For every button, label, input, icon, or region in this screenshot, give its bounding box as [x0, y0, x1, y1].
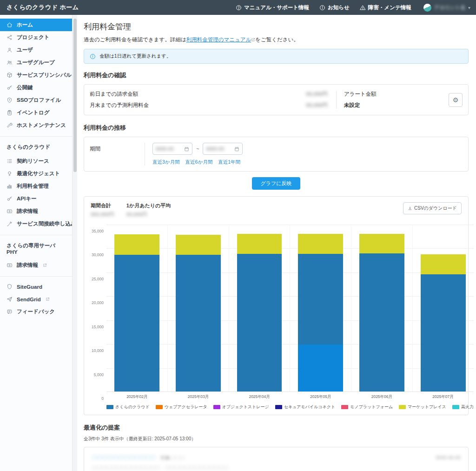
- sidebar-item-service-principal[interactable]: サービスプリンシパル: [0, 69, 72, 81]
- alert-amount-label: アラート金額: [344, 91, 449, 98]
- quick-range-link-1[interactable]: 直近6か月間: [185, 159, 213, 166]
- monthly-average-label: 1か月あたりの平均: [126, 202, 171, 209]
- sidebar-section: さくらのクラウド契約リソース最適化サジェスト利用料金管理APIキー請求情報サービ…: [0, 136, 72, 233]
- sidebar-item-label: SiteGuard: [17, 284, 42, 290]
- scrollbar-thumb[interactable]: [73, 19, 77, 172]
- bar-segment: [176, 255, 221, 391]
- home-icon: [7, 22, 13, 28]
- user-icon: [7, 47, 13, 53]
- sidebar-item-projects[interactable]: プロジェクト: [0, 31, 72, 44]
- bar-segment: [176, 235, 221, 255]
- alert-amount-value: 未設定: [344, 102, 449, 109]
- sidebar-item-label: サービスプリンシパル: [17, 72, 71, 79]
- box-icon: [7, 72, 13, 78]
- sidebar-item-billing-info[interactable]: 請求情報: [0, 205, 72, 218]
- sidebar-item-public-keys[interactable]: 公開鍵: [0, 81, 72, 94]
- x-tick-label: 2025年04月: [229, 392, 290, 400]
- legend-label: セキュアモバイルコネクト: [284, 404, 336, 410]
- section-billing-check-title: 利用料金の確認: [84, 71, 469, 80]
- sidebar-item-label: イベントログ: [17, 109, 50, 116]
- suggestion-link[interactable]: 〇〇〇〇〇〇〇〇〇〇〇〇: [92, 454, 156, 461]
- avatar: [423, 4, 431, 12]
- csv-download-button[interactable]: CSVのダウンロード: [403, 202, 462, 214]
- sidebar-item-label: 請求情報: [17, 262, 38, 269]
- chart-card: 期間合計 000,000円 1か月あたりの平均 00,000円 CSVのダウンロ…: [84, 196, 469, 415]
- main-content: 利用料金管理 過去のご利用料金を確認できます。詳細は利用料金管理のマニュアルをご…: [77, 15, 476, 471]
- legend-swatch: [275, 405, 282, 409]
- legend-item: さくらのクラウド: [106, 404, 150, 410]
- sidebar-item-users[interactable]: ユーザ: [0, 44, 72, 56]
- topbar-link-manual-support[interactable]: マニュアル・サポート情報: [236, 4, 309, 11]
- sidebar: ホームプロジェクトユーザユーザグループサービスプリンシパル公開鍵SSOプロファイ…: [0, 15, 72, 471]
- chart-column: [229, 225, 291, 391]
- legend-label: さくらのクラウド: [115, 404, 150, 410]
- calendar-icon: [184, 146, 189, 152]
- billing-label: 前日までの請求金額: [90, 91, 138, 98]
- sidebar-item-billing-management[interactable]: 利用料金管理: [0, 180, 72, 192]
- x-tick-label: 2025年02月: [106, 392, 168, 400]
- sidebar-item-sso-profiles[interactable]: SSOプロファイル: [0, 94, 72, 106]
- sidebar-item-label: APIキー: [17, 195, 36, 202]
- legend-label: マーケットプレイス: [408, 404, 446, 410]
- date-from-value: 0000-00: [156, 146, 182, 152]
- date-from-input[interactable]: 0000-00: [152, 143, 192, 155]
- sidebar-item-optimization-suggest[interactable]: 最適化サジェスト: [0, 167, 72, 180]
- intro-text: 過去のご利用料金を確認できます。詳細は利用料金管理のマニュアルをご覧ください。: [84, 36, 469, 43]
- key-icon: [7, 85, 13, 91]
- billing-check-card: 前日までの請求金額 00,000円 月末までの予測利用料金 00,000円 アラ…: [84, 84, 469, 115]
- sidebar-item-home[interactable]: ホーム: [0, 19, 72, 31]
- account-name: アカウント名: [434, 4, 465, 11]
- legend-label: ウェブアクセラレータ: [165, 404, 207, 410]
- sidebar-item-label: 請求情報: [17, 208, 38, 215]
- shield-icon: [7, 284, 13, 290]
- chart-column: [106, 225, 168, 391]
- chart-y-axis: 05,00010,00015,00020,00025,00030,00035,0…: [91, 225, 106, 410]
- manual-link[interactable]: 利用料金管理のマニュアル: [186, 37, 251, 42]
- sidebar-item-phy-billing-info[interactable]: 請求情報: [0, 259, 72, 272]
- sidebar-scrollbar[interactable]: [72, 15, 77, 471]
- billing-value: 00,000円: [306, 102, 328, 109]
- shield-check-icon: [7, 97, 13, 103]
- legend-swatch: [399, 405, 406, 409]
- gear-icon: ⚙: [453, 96, 459, 104]
- sidebar-item-sendgrid[interactable]: SendGrid: [0, 293, 72, 305]
- sidebar-item-host-maintenance[interactable]: ホストメンテナンス: [0, 119, 72, 132]
- info-alert: 金額は1日遅れて更新されます。: [84, 49, 469, 64]
- quick-range-link-2[interactable]: 直近1年間: [218, 159, 240, 166]
- sidebar-item-feedback[interactable]: フィードバック: [0, 305, 72, 318]
- csv-download-label: CSVのダウンロード: [414, 205, 457, 212]
- quick-range-link-0[interactable]: 直近3か月間: [152, 159, 180, 166]
- sidebar-section-heading: さくらのクラウド: [0, 140, 72, 155]
- sidebar-item-user-groups[interactable]: ユーザグループ: [0, 56, 72, 69]
- sidebar-item-contract-resources[interactable]: 契約リソース: [0, 155, 72, 167]
- apply-to-graph-button[interactable]: グラフに反映: [252, 177, 300, 190]
- bar-segment: [421, 274, 466, 391]
- alert-amount-block: アラート金額 未設定: [336, 91, 449, 109]
- account-menu[interactable]: アカウント名 ▾: [423, 4, 470, 12]
- topbar-link-incident-maintenance[interactable]: 障害・メンテ情報: [360, 4, 411, 11]
- intro-pre: 過去のご利用料金を確認できます。詳細は: [84, 37, 186, 42]
- topbar-link-news[interactable]: お知らせ: [319, 4, 350, 11]
- billing-row: 前日までの請求金額 00,000円: [90, 91, 328, 98]
- y-tick-label: 15,000: [92, 325, 104, 329]
- sidebar-item-api-keys[interactable]: APIキー: [0, 192, 72, 205]
- sidebar-item-siteguard[interactable]: SiteGuard: [0, 280, 72, 293]
- sidebar-item-service-interconnect[interactable]: サービス間接続申し込み: [0, 218, 72, 230]
- sidebar-item-event-log[interactable]: イベントログ: [0, 106, 72, 119]
- chart-plot: [106, 225, 474, 392]
- x-tick-label: 2025年07月: [412, 392, 474, 400]
- bill-icon: [7, 208, 13, 214]
- y-tick-label: 10,000: [92, 348, 104, 353]
- chart-column: [351, 225, 413, 391]
- users-icon: [7, 60, 13, 66]
- info-icon: [90, 53, 96, 60]
- sidebar-item-label: フィードバック: [17, 308, 55, 315]
- sidebar-item-label: サービス間接続申し込み: [17, 220, 72, 227]
- suggestions-card: 〇〇〇〇〇〇〇〇〇〇〇〇対象〇〇〇0000-00-00〇〇〇〇〇〇〇〇〇〇〇〇〇…: [84, 447, 469, 471]
- billing-amounts: 前日までの請求金額 00,000円 月末までの予測利用料金 00,000円: [90, 91, 336, 109]
- date-to-input[interactable]: 0000-00: [203, 143, 243, 155]
- bar-segment: [359, 253, 404, 391]
- bar-segment: [421, 254, 466, 274]
- alert-settings-button[interactable]: ⚙: [449, 93, 463, 107]
- x-tick-label: 2025年03月: [168, 392, 229, 400]
